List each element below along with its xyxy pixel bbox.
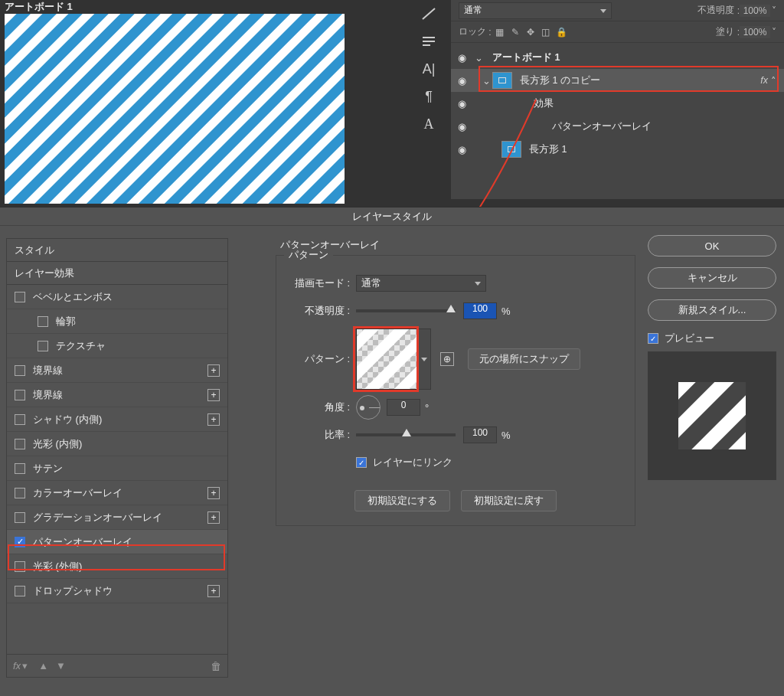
new-style-button[interactable]: 新規スタイル... <box>648 299 776 321</box>
lock-artboard-icon[interactable]: ◫ <box>541 27 551 38</box>
style-texture[interactable]: テクスチャ <box>7 334 227 358</box>
lock-pixels-icon[interactable]: ▦ <box>495 27 505 38</box>
style-bevel[interactable]: ベベルとエンボス <box>7 285 227 309</box>
slider-knob[interactable] <box>402 429 411 436</box>
checkbox[interactable] <box>15 439 25 449</box>
visibility-icon[interactable]: ◉ <box>451 144 472 155</box>
preview-checkbox[interactable] <box>648 333 658 344</box>
blend-mode-select[interactable]: 通常 <box>459 2 612 19</box>
visibility-icon[interactable]: ◉ <box>451 98 472 109</box>
move-down-icon[interactable]: ▼ <box>56 660 66 671</box>
char-a-icon[interactable]: A| <box>413 55 444 83</box>
layer-effects-line[interactable]: ◉ 効果 <box>451 92 784 115</box>
angle-dial[interactable] <box>356 395 381 420</box>
chevron-down-icon[interactable]: ▾ <box>22 660 28 671</box>
checkbox[interactable] <box>15 586 25 596</box>
checkbox[interactable] <box>38 341 48 351</box>
layer-thumb <box>501 141 521 158</box>
layer-name: 長方形 1 のコピー <box>520 74 760 87</box>
layer-rect1[interactable]: ◉ 長方形 1 <box>451 138 784 161</box>
link-checkbox[interactable] <box>356 457 367 468</box>
scale-slider[interactable] <box>356 433 456 436</box>
style-stroke-1[interactable]: 境界線+ <box>7 358 227 383</box>
add-instance-icon[interactable]: + <box>207 389 220 401</box>
move-up-icon[interactable]: ▲ <box>38 660 48 671</box>
style-gradient-overlay[interactable]: グラデーションオーバーレイ+ <box>7 505 227 530</box>
collapse-fx-icon[interactable]: ˄ <box>771 75 776 87</box>
chevron-down-icon[interactable]: ⌄ <box>480 75 492 87</box>
artboard-label: アートボード 1 <box>5 0 73 14</box>
style-drop-shadow[interactable]: ドロップシャドウ+ <box>7 579 227 603</box>
ok-button[interactable]: OK <box>648 235 776 257</box>
checkbox[interactable] <box>38 316 48 327</box>
checkbox[interactable] <box>15 463 25 474</box>
effects-label: 効果 <box>534 97 784 110</box>
chevron-down-icon[interactable]: ⌄ <box>472 52 485 64</box>
pattern-swatch[interactable] <box>356 328 417 390</box>
chevron-down-icon[interactable]: ˅ <box>772 5 776 16</box>
trash-icon[interactable]: 🗑 <box>211 660 221 672</box>
slider-knob[interactable] <box>446 305 456 312</box>
reset-default-button[interactable]: 初期設定に戻す <box>461 490 557 511</box>
checkbox[interactable] <box>15 390 25 400</box>
effects-header[interactable]: レイヤー効果 <box>7 262 227 285</box>
checkbox[interactable] <box>15 414 25 425</box>
all-caps-icon[interactable]: A <box>413 110 444 138</box>
add-instance-icon[interactable]: + <box>207 585 220 597</box>
add-instance-icon[interactable]: + <box>207 511 220 524</box>
fx-badge[interactable]: fx <box>760 75 768 86</box>
opacity-slider[interactable] <box>356 309 456 312</box>
checkbox[interactable] <box>15 512 25 523</box>
visibility-icon[interactable]: ◉ <box>451 75 472 87</box>
style-color-overlay[interactable]: カラーオーバーレイ+ <box>7 481 227 505</box>
make-default-button[interactable]: 初期設定にする <box>354 490 450 511</box>
new-preset-icon[interactable]: ⊕ <box>440 352 454 366</box>
layer-style-dialog: レイヤースタイル スタイル レイヤー効果 ベベルとエンボス 輪郭 テクスチャ 境… <box>0 207 784 696</box>
angle-input[interactable]: 0 <box>387 399 420 416</box>
checkbox[interactable] <box>15 561 25 572</box>
style-outer-glow[interactable]: 光彩 (外側) <box>7 554 227 579</box>
snap-button[interactable]: 元の場所にスナップ <box>468 348 580 370</box>
chevron-down-icon[interactable]: ˅ <box>772 27 776 38</box>
add-instance-icon[interactable]: + <box>207 413 220 426</box>
checkbox[interactable] <box>15 292 25 302</box>
style-stroke-2[interactable]: 境界線+ <box>7 383 227 407</box>
pattern-dropdown[interactable] <box>417 328 431 390</box>
style-inner-shadow[interactable]: シャドウ (内側)+ <box>7 407 227 432</box>
layer-pattern-overlay[interactable]: ◉ パターンオーバーレイ <box>451 115 784 138</box>
checkbox[interactable] <box>15 365 25 376</box>
visibility-icon[interactable]: ◉ <box>451 52 472 64</box>
fill-value[interactable]: 100% <box>740 26 770 38</box>
svg-rect-2 <box>5 14 345 204</box>
layer-artboard[interactable]: ◉ ⌄ アートボード 1 <box>451 46 784 69</box>
scale-input[interactable]: 100 <box>463 426 497 443</box>
opacity-value[interactable]: 100% <box>740 5 770 17</box>
add-instance-icon[interactable]: + <box>207 364 220 377</box>
visibility-icon[interactable]: ◉ <box>451 121 472 132</box>
checkbox[interactable] <box>15 488 25 498</box>
scale-label: 比率 : <box>286 428 350 442</box>
lock-position-icon[interactable]: ✥ <box>525 27 536 38</box>
bars-icon[interactable] <box>413 28 444 55</box>
style-satin[interactable]: サテン <box>7 456 227 481</box>
style-inner-glow[interactable]: 光彩 (内側) <box>7 432 227 456</box>
paragraph-icon[interactable]: ¶ <box>413 83 444 110</box>
line-icon[interactable] <box>413 0 444 28</box>
cancel-button[interactable]: キャンセル <box>648 267 776 289</box>
style-contour[interactable]: 輪郭 <box>7 309 227 334</box>
layer-thumb <box>492 72 512 89</box>
lock-all-icon[interactable]: 🔒 <box>556 27 567 38</box>
opacity-input[interactable]: 100 <box>463 302 497 319</box>
fx-menu[interactable]: fx <box>13 660 21 671</box>
style-pattern-overlay[interactable]: パターンオーバーレイ <box>7 530 227 554</box>
layer-rect-copy[interactable]: ◉ ⌄ 長方形 1 のコピー fx ˄ <box>451 69 784 92</box>
blend-mode-dropdown[interactable]: 通常 <box>356 275 486 292</box>
blend-label: 描画モード : <box>286 276 350 290</box>
canvas-artboard[interactable] <box>5 14 345 204</box>
styles-header[interactable]: スタイル <box>7 239 227 262</box>
add-instance-icon[interactable]: + <box>207 487 220 499</box>
pattern-overlay-settings: パターンオーバーレイ パターン 描画モード : 通常 不透明度 : 100 % … <box>237 235 635 694</box>
effect-name: パターンオーバーレイ <box>552 120 784 133</box>
lock-brush-icon[interactable]: ✎ <box>510 27 521 38</box>
checkbox-checked[interactable] <box>15 537 25 547</box>
